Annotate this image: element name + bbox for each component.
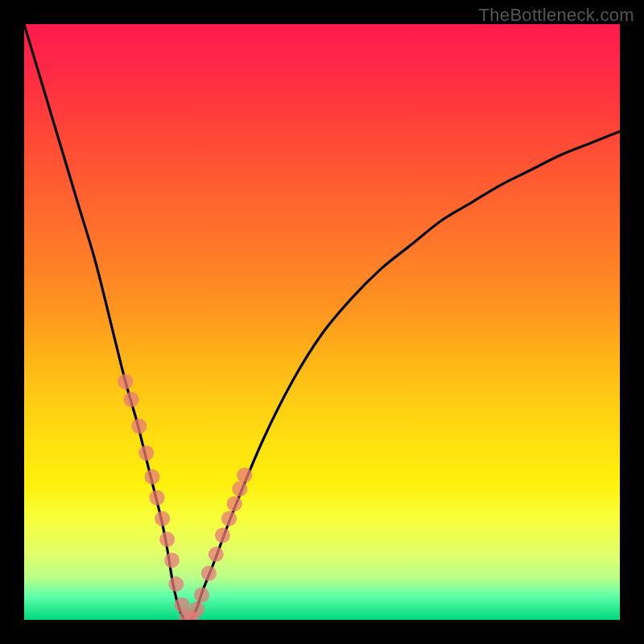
marker-dot [124, 392, 139, 407]
marker-dot [201, 566, 217, 581]
marker-dot [232, 481, 247, 497]
marker-dot [168, 576, 184, 592]
marker-dot [155, 511, 170, 526]
marker-dot [194, 587, 209, 602]
plot-area [24, 24, 620, 620]
curve-svg [24, 24, 620, 620]
marker-dot [189, 601, 204, 617]
marker-dot [131, 419, 147, 434]
marker-dot [138, 445, 154, 460]
marker-dot [150, 490, 165, 506]
marker-dot [227, 496, 242, 511]
marker-dot [145, 469, 160, 485]
highlight-markers [118, 374, 252, 621]
marker-dot [208, 547, 224, 562]
bottleneck-curve [24, 24, 620, 620]
chart-container: TheBottleneck.com [0, 0, 644, 644]
marker-dot [221, 511, 237, 526]
marker-dot [159, 532, 175, 547]
marker-dot [118, 374, 133, 390]
marker-dot [237, 468, 252, 483]
marker-dot [164, 553, 180, 568]
marker-dot [215, 527, 230, 543]
watermark-text: TheBottleneck.com [479, 5, 634, 26]
